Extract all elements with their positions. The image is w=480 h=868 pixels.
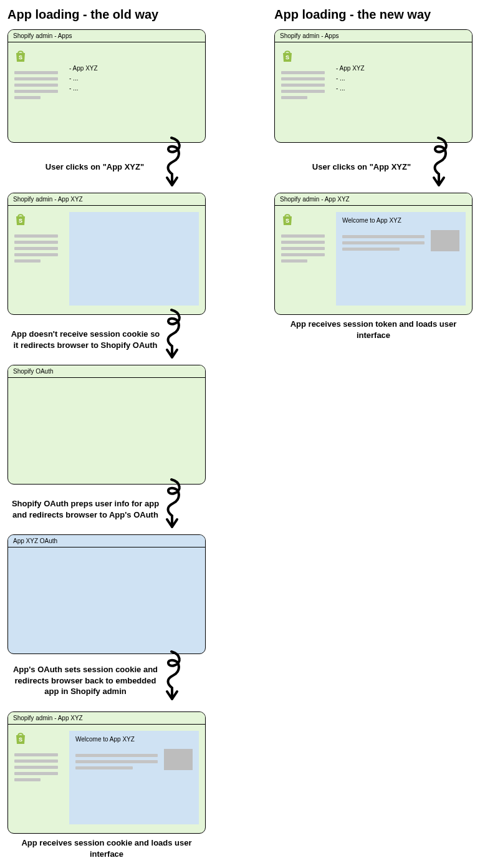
- final-caption-old: App receives session cookie and loads us…: [7, 837, 206, 859]
- embedded-iframe-loaded: Welcome to App XYZ: [69, 731, 199, 824]
- nav-placeholder: [14, 253, 58, 256]
- panel-old-app-empty: Shopify admin - App XYZ: [7, 193, 206, 315]
- content-placeholder: [75, 754, 158, 757]
- nav-placeholder: [281, 259, 307, 263]
- nav-placeholder: [14, 753, 58, 756]
- panel-new-app-loaded: Shopify admin - App XYZ Welcome to App X…: [274, 193, 473, 315]
- panel-title: Shopify OAuth: [8, 365, 205, 378]
- step-arrow-1: User clicks on "App XYZ": [7, 145, 206, 189]
- nav-placeholder: [14, 241, 58, 244]
- nav-placeholder: [14, 778, 41, 781]
- nav-placeholder: [14, 772, 58, 775]
- list-item: - App XYZ: [69, 64, 199, 74]
- panel-title: Shopify admin - App XYZ: [8, 193, 205, 206]
- apps-list: - App XYZ - ... - ...: [336, 49, 466, 133]
- final-caption-new: App receives session token and loads use…: [274, 319, 473, 340]
- step-arrow-3: Shopify OAuth preps user info for app an…: [7, 487, 206, 531]
- oauth-body: [8, 547, 205, 653]
- panel-old-app-loaded: Shopify admin - App XYZ Welcome to App X…: [7, 711, 206, 834]
- curly-arrow-icon: [156, 306, 187, 364]
- content-placeholder: [75, 760, 158, 763]
- step-arrow-new-1: User clicks on "App XYZ": [274, 145, 473, 189]
- panel-new-apps: Shopify admin - Apps - App XYZ - ... -: [274, 29, 473, 143]
- oauth-body: [8, 378, 205, 484]
- nav-placeholder: [14, 259, 41, 263]
- nav-placeholder: [281, 71, 325, 74]
- nav-placeholder: [14, 766, 58, 769]
- panel-title: Shopify admin - App XYZ: [275, 193, 472, 206]
- shopify-icon: [281, 49, 294, 62]
- nav-placeholder: [281, 241, 325, 244]
- list-item: - ...: [69, 74, 199, 84]
- nav-placeholder: [281, 247, 325, 250]
- column-new-way: App loading - the new way Shopify admin …: [274, 7, 473, 859]
- curly-arrow-icon: [156, 645, 187, 708]
- caption: Shopify OAuth preps user info for app an…: [7, 498, 163, 520]
- nav-placeholder: [281, 96, 307, 99]
- shopify-icon: [14, 212, 27, 226]
- sidebar: [14, 731, 58, 824]
- panel-title: Shopify admin - App XYZ: [8, 712, 205, 725]
- panel-old-shopify-oauth: Shopify OAuth: [7, 365, 206, 485]
- nav-placeholder: [14, 71, 58, 74]
- content-placeholder: [75, 766, 133, 769]
- nav-placeholder: [14, 760, 58, 763]
- iframe-welcome: Welcome to App XYZ: [75, 736, 193, 743]
- caption: App's OAuth sets session cookie and redi…: [7, 664, 163, 697]
- caption: User clicks on "App XYZ": [274, 162, 430, 173]
- list-item: - ...: [336, 84, 466, 94]
- heading-new: App loading - the new way: [274, 7, 473, 22]
- content-placeholder: [342, 248, 400, 251]
- heading-old: App loading - the old way: [7, 7, 206, 22]
- caption: User clicks on "App XYZ": [7, 162, 163, 173]
- nav-placeholder: [281, 90, 325, 93]
- panel-title: Shopify admin - Apps: [8, 30, 205, 42]
- nav-placeholder: [281, 84, 325, 87]
- content-placeholder: [342, 235, 425, 238]
- shopify-icon: [14, 49, 27, 62]
- nav-placeholder: [281, 77, 325, 80]
- image-placeholder: [164, 749, 193, 770]
- list-item: - ...: [336, 74, 466, 84]
- nav-placeholder: [14, 90, 58, 93]
- list-item: - ...: [69, 84, 199, 94]
- nav-placeholder: [14, 234, 58, 238]
- step-arrow-4: App's OAuth sets session cookie and redi…: [7, 657, 206, 708]
- sidebar: [14, 212, 58, 306]
- panel-title: Shopify admin - Apps: [275, 30, 472, 42]
- nav-placeholder: [281, 253, 325, 256]
- nav-placeholder: [281, 234, 325, 238]
- column-old-way: App loading - the old way Shopify admin …: [7, 7, 206, 859]
- sidebar: [14, 49, 58, 133]
- content-placeholder: [342, 241, 425, 244]
- nav-placeholder: [14, 96, 41, 99]
- step-arrow-2: App doesn't receive session cookie so it…: [7, 317, 206, 361]
- list-item: - App XYZ: [336, 64, 466, 74]
- curly-arrow-icon: [423, 134, 454, 191]
- iframe-welcome: Welcome to App XYZ: [342, 217, 459, 224]
- shopify-icon: [281, 212, 294, 226]
- panel-title: App XYZ OAuth: [8, 535, 205, 547]
- embedded-iframe-loaded: Welcome to App XYZ: [336, 212, 466, 306]
- caption: App doesn't receive session cookie so it…: [7, 329, 163, 350]
- sidebar: [281, 212, 325, 306]
- sidebar: [281, 49, 325, 133]
- image-placeholder: [431, 230, 459, 251]
- embedded-iframe-empty: [69, 212, 199, 306]
- panel-old-apps: Shopify admin - Apps - App XYZ - ... -: [7, 29, 206, 143]
- shopify-icon: [14, 731, 27, 745]
- apps-list: - App XYZ - ... - ...: [69, 49, 199, 133]
- nav-placeholder: [14, 77, 58, 80]
- nav-placeholder: [14, 247, 58, 250]
- panel-old-app-oauth: App XYZ OAuth: [7, 534, 206, 654]
- curly-arrow-icon: [156, 476, 187, 533]
- curly-arrow-icon: [156, 134, 187, 191]
- nav-placeholder: [14, 84, 58, 87]
